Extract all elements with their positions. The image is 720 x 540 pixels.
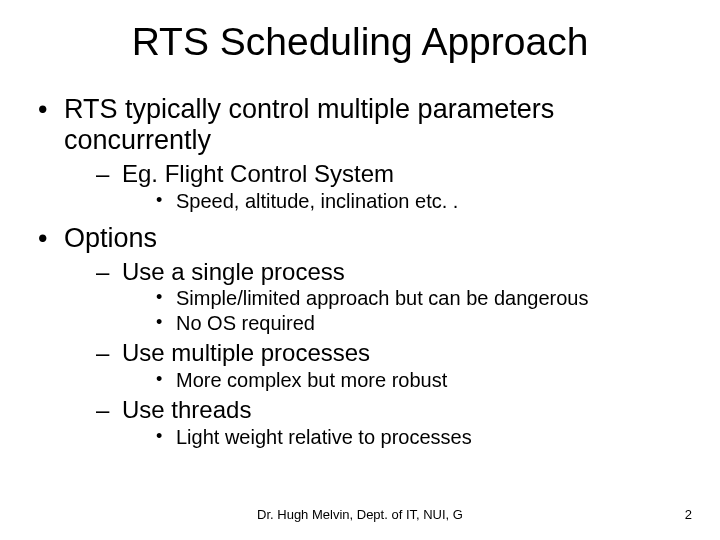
bullet-list: RTS typically control multiple parameter…	[36, 94, 684, 449]
bullet-lvl2: Use a single process Simple/limited appr…	[94, 258, 684, 336]
bullet-lvl3: No OS required	[152, 312, 684, 335]
page-number: 2	[685, 507, 692, 522]
bullet-text: Use multiple processes	[122, 339, 370, 366]
bullet-lvl3: Simple/limited approach but can be dange…	[152, 287, 684, 310]
bullet-text: Use threads	[122, 396, 251, 423]
bullet-lvl3: Light weight relative to processes	[152, 426, 684, 449]
slide-title: RTS Scheduling Approach	[0, 0, 720, 74]
bullet-text: Light weight relative to processes	[176, 426, 472, 448]
bullet-text: Eg. Flight Control System	[122, 160, 394, 187]
bullet-text: Options	[64, 223, 157, 253]
bullet-lvl2: Use multiple processes More complex but …	[94, 339, 684, 392]
bullet-lvl1: RTS typically control multiple parameter…	[36, 94, 684, 213]
bullet-text: More complex but more robust	[176, 369, 447, 391]
slide: RTS Scheduling Approach RTS typically co…	[0, 0, 720, 540]
bullet-lvl3: More complex but more robust	[152, 369, 684, 392]
slide-body: RTS typically control multiple parameter…	[0, 74, 720, 449]
bullet-lvl3: Speed, altitude, inclination etc. .	[152, 190, 684, 213]
bullet-text: Speed, altitude, inclination etc. .	[176, 190, 458, 212]
bullet-lvl2: Eg. Flight Control System Speed, altitud…	[94, 160, 684, 213]
bullet-text: No OS required	[176, 312, 315, 334]
bullet-text: Use a single process	[122, 258, 345, 285]
bullet-text: RTS typically control multiple parameter…	[64, 94, 554, 155]
bullet-lvl2: Use threads Light weight relative to pro…	[94, 396, 684, 449]
bullet-lvl1: Options Use a single process Simple/limi…	[36, 223, 684, 449]
bullet-text: Simple/limited approach but can be dange…	[176, 287, 588, 309]
footer-credit: Dr. Hugh Melvin, Dept. of IT, NUI, G	[0, 507, 720, 522]
